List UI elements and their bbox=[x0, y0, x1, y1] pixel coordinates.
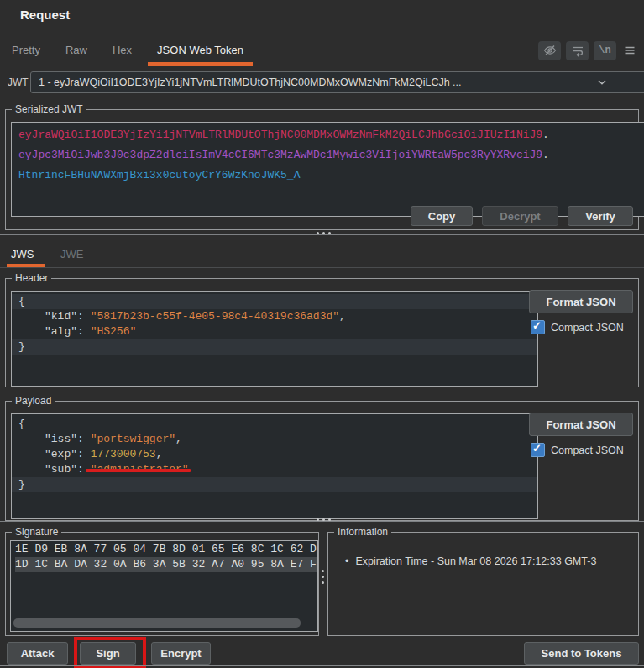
tab-hex[interactable]: Hex bbox=[100, 39, 144, 64]
horizontal-splitter[interactable] bbox=[0, 234, 644, 235]
verify-button[interactable]: Verify bbox=[568, 206, 633, 226]
eye-off-icon bbox=[543, 44, 557, 57]
splitter-grip[interactable] bbox=[317, 232, 331, 234]
tab-raw[interactable]: Raw bbox=[53, 39, 100, 64]
compact-json-label: Compact JSON bbox=[551, 444, 624, 456]
splitter-grip[interactable] bbox=[317, 518, 331, 521]
attack-button[interactable]: Attack bbox=[7, 642, 68, 665]
payload-group: Payload {"iss": "portswigger","exp": 177… bbox=[5, 401, 639, 521]
format-json-button-payload[interactable]: Format JSON bbox=[529, 413, 633, 436]
hex-row-selected: 1D 1C BA DA 32 0A B6 3A 5B 32 A7 A0 95 8… bbox=[15, 557, 317, 572]
signature-group-title: Signature bbox=[12, 526, 61, 538]
tab-jwe: JWE bbox=[60, 244, 83, 266]
annotation-box bbox=[74, 637, 146, 668]
header-group: Header {"kid": "5817b23b-c55f-4e05-98c4-… bbox=[5, 278, 639, 387]
hide-nonprintable-button[interactable] bbox=[538, 41, 561, 60]
horizontal-splitter[interactable] bbox=[0, 521, 644, 522]
panel-bottom-edge bbox=[0, 665, 644, 666]
hex-row: 1E D9 EB 8A 77 05 04 7B 8D 01 65 E6 8C 1… bbox=[15, 542, 317, 557]
editor-menu-button[interactable] bbox=[621, 41, 638, 60]
tab-json-web-token[interactable]: JSON Web Token bbox=[144, 39, 256, 64]
code-line: } bbox=[12, 339, 537, 355]
newline-icon: \n bbox=[599, 45, 610, 56]
signature-group: Signature 1E D9 EB 8A 77 05 04 7B 8D 01 … bbox=[5, 532, 319, 636]
token-type-tabbar: JWS JWE bbox=[0, 244, 644, 268]
code-line: { bbox=[12, 294, 537, 309]
vertical-splitter-grip[interactable] bbox=[322, 570, 324, 584]
information-group: Information Expiration Time - Sun Mar 08… bbox=[327, 532, 639, 636]
menu-icon bbox=[623, 44, 636, 57]
information-group-title: Information bbox=[334, 526, 391, 538]
tab-pretty[interactable]: Pretty bbox=[0, 39, 53, 64]
horizontal-scrollbar bbox=[13, 618, 309, 628]
copy-button[interactable]: Copy bbox=[411, 206, 473, 226]
tab-jws[interactable]: JWS bbox=[11, 244, 34, 266]
compact-json-header: Compact JSON bbox=[531, 320, 633, 334]
format-json-button-header[interactable]: Format JSON bbox=[529, 290, 633, 313]
chevron-down-icon bbox=[598, 80, 605, 87]
jwt-payload-part: eyJpc3MiOiJwb3J0c3dpZ2dlciIsImV4cCI6MTc3… bbox=[18, 145, 639, 166]
payload-group-title: Payload bbox=[12, 395, 55, 407]
annotation-underline bbox=[86, 469, 191, 472]
code-line: } bbox=[12, 477, 537, 492]
page-title: Request bbox=[20, 8, 70, 22]
code-line: "iss": "portswigger", bbox=[18, 432, 531, 447]
serialized-jwt-buttons: Copy Decrypt Verify bbox=[411, 206, 633, 226]
serialized-jwt-group: Serialized JWT eyJraWQiOiI1ODE3YjIzYi1jN… bbox=[5, 109, 639, 230]
jwt-signature-part: HtnrincFBHuNAWXmjBxi3x0cutoyCrY6WzKnoJWK… bbox=[18, 166, 639, 186]
code-line: "kid": "5817b23b-c55f-4e05-98c4-40319c36… bbox=[18, 309, 531, 324]
compact-json-label: Compact JSON bbox=[551, 322, 624, 334]
serialized-jwt-textarea[interactable]: eyJraWQiOiI1ODE3YjIzYi1jNTVmLTRlMDUtOThj… bbox=[11, 122, 644, 217]
payload-json-textarea[interactable]: {"iss": "portswigger","exp": 1773000753,… bbox=[11, 413, 538, 519]
compact-json-checkbox-header[interactable] bbox=[531, 320, 545, 334]
jwt-header-part: eyJraWQiOiI1ODE3YjIzYi1jNTVmLTRlMDUtOThj… bbox=[18, 125, 639, 145]
serialized-jwt-group-title: Serialized JWT bbox=[12, 103, 86, 115]
editor-toolbar: \n bbox=[538, 40, 638, 60]
jwt-selector-label: JWT bbox=[8, 76, 29, 88]
code-line: { bbox=[18, 417, 531, 432]
header-group-title: Header bbox=[12, 272, 51, 284]
compact-json-checkbox-payload[interactable] bbox=[531, 443, 545, 457]
scrollbar-thumb[interactable] bbox=[13, 618, 301, 628]
jwt-selector-dropdown[interactable]: 1 - eyJraWQiOiI1ODE3YjIzYi1jNTVmLTRlMDUt… bbox=[30, 71, 644, 93]
header-json-textarea[interactable]: {"kid": "5817b23b-c55f-4e05-98c4-40319c3… bbox=[11, 291, 538, 387]
expiration-time-item: Expiration Time - Sun Mar 08 2026 17:12:… bbox=[345, 555, 596, 567]
decrypt-button: Decrypt bbox=[482, 206, 558, 226]
jwt-editor-panel: Request Pretty Raw Hex JSON Web Token \n… bbox=[0, 0, 644, 668]
wrap-lines-icon bbox=[571, 44, 584, 57]
compact-json-payload: Compact JSON bbox=[531, 443, 633, 457]
show-newlines-button[interactable]: \n bbox=[594, 41, 616, 60]
send-to-tokens-button[interactable]: Send to Tokens bbox=[524, 642, 639, 665]
encrypt-button[interactable]: Encrypt bbox=[151, 642, 211, 665]
code-line: "alg": "HS256" bbox=[18, 324, 531, 339]
code-line: "exp": 1773000753, bbox=[18, 447, 531, 462]
wrap-lines-button[interactable] bbox=[566, 41, 589, 60]
